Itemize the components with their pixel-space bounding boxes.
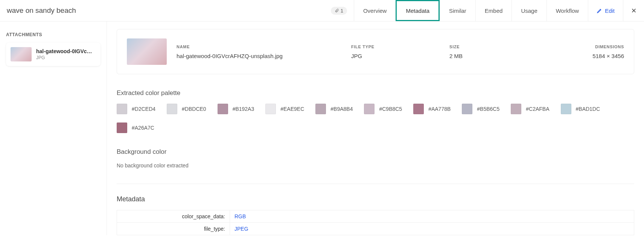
swatch-chip: [511, 104, 521, 114]
swatch-hex: #A26A7C: [132, 125, 154, 131]
swatch-chip: [167, 104, 177, 114]
paperclip-icon: [335, 8, 339, 13]
close-icon: [630, 7, 637, 14]
label-size: SIZE: [449, 44, 526, 49]
color-swatch[interactable]: #AA778B: [413, 104, 451, 114]
metadata-value[interactable]: RGB: [230, 210, 634, 223]
color-swatch[interactable]: #A26A7C: [117, 123, 154, 133]
main-content: NAME hal-gatewood-0IGVcrAFHZQ-unsplash.j…: [107, 21, 644, 235]
pencil-icon: [597, 8, 603, 14]
table-row: color_space_data:RGB: [117, 210, 634, 223]
tab-overview[interactable]: Overview: [354, 0, 396, 21]
page-title: wave on sandy beach: [0, 0, 331, 21]
color-swatch[interactable]: #C9B8C5: [364, 104, 402, 114]
attachments-heading: ATTACHMENTS: [6, 32, 100, 37]
metadata-key: color_space_data:: [117, 210, 230, 223]
swatch-hex: #B192A3: [233, 106, 254, 112]
swatch-chip: [117, 123, 127, 133]
swatch-hex: #DBDCE0: [182, 106, 206, 112]
tab-similar[interactable]: Similar: [440, 0, 475, 21]
file-thumbnail: [127, 38, 167, 65]
tab-embed[interactable]: Embed: [475, 0, 512, 21]
sidebar: ATTACHMENTS hal-gatewood-0IGVcr... JPG: [0, 21, 107, 235]
color-swatch[interactable]: #C2AFBA: [511, 104, 549, 114]
metadata-value[interactable]: JPEG: [230, 223, 634, 235]
tab-metadata[interactable]: Metadata: [396, 0, 440, 21]
palette-title: Extracted color palette: [117, 89, 634, 97]
value-name: hal-gatewood-0IGVcrAFHZQ-unsplash.jpg: [177, 53, 344, 59]
swatch-chip: [265, 104, 276, 114]
swatch-chip: [561, 104, 571, 114]
color-swatch[interactable]: #BAD1DC: [561, 104, 600, 114]
badge-count: 1: [341, 8, 343, 14]
color-swatch[interactable]: #DBDCE0: [167, 104, 206, 114]
swatch-hex: #C9B8C5: [379, 106, 402, 112]
tab-bar: Overview Metadata Similar Embed Usage Wo…: [354, 0, 588, 21]
attachment-thumbnail: [11, 47, 32, 61]
swatch-hex: #D2CED4: [132, 106, 155, 112]
swatch-chip: [315, 104, 326, 114]
value-filetype: JPG: [351, 53, 443, 59]
label-name: NAME: [177, 44, 344, 49]
color-swatch[interactable]: #B192A3: [218, 104, 254, 114]
color-swatch[interactable]: #D2CED4: [117, 104, 155, 114]
background-message: No background color extracted: [117, 162, 634, 169]
color-swatch[interactable]: #B9A8B4: [315, 104, 353, 114]
metadata-title: Metadata: [117, 195, 634, 203]
swatch-chip: [413, 104, 424, 114]
attachment-count-badge[interactable]: 1: [331, 7, 347, 15]
edit-button[interactable]: Edit: [588, 0, 623, 21]
swatch-chip: [218, 104, 228, 114]
swatch-chip: [364, 104, 375, 114]
swatch-hex: #B5B6C5: [477, 106, 499, 112]
metadata-table: color_space_data:RGBfile_type:JPEG: [117, 210, 634, 235]
attachment-name: hal-gatewood-0IGVcr...: [36, 48, 93, 54]
color-swatch[interactable]: #B5B6C5: [462, 104, 499, 114]
edit-label: Edit: [605, 8, 615, 14]
swatch-hex: #AA778B: [428, 106, 451, 112]
file-info-card: NAME hal-gatewood-0IGVcrAFHZQ-unsplash.j…: [117, 29, 634, 74]
value-dimensions: 5184 × 3456: [533, 53, 624, 59]
swatch-hex: #C2AFBA: [526, 106, 549, 112]
attachment-filetype: JPG: [36, 55, 93, 60]
color-swatch[interactable]: #EAE9EC: [265, 104, 304, 114]
tab-workflow[interactable]: Workflow: [547, 0, 588, 21]
tab-usage[interactable]: Usage: [512, 0, 546, 21]
label-dimensions: DIMENSIONS: [533, 44, 624, 49]
swatch-chip: [462, 104, 472, 114]
background-title: Background color: [117, 148, 634, 156]
value-size: 2 MB: [449, 53, 526, 59]
swatch-chip: [117, 104, 127, 114]
swatch-hex: #BAD1DC: [576, 106, 600, 112]
label-filetype: FILE TYPE: [351, 44, 443, 49]
metadata-key: file_type:: [117, 223, 230, 235]
section-divider: [117, 184, 634, 184]
header-bar: wave on sandy beach 1 Overview Metadata …: [0, 0, 644, 21]
swatch-hex: #EAE9EC: [280, 106, 304, 112]
swatch-hex: #B9A8B4: [330, 106, 353, 112]
close-button[interactable]: [623, 0, 644, 21]
table-row: file_type:JPEG: [117, 223, 634, 235]
attachment-card[interactable]: hal-gatewood-0IGVcr... JPG: [6, 43, 100, 66]
color-palette: #D2CED4#DBDCE0#B192A3#EAE9EC#B9A8B4#C9B8…: [117, 104, 634, 133]
